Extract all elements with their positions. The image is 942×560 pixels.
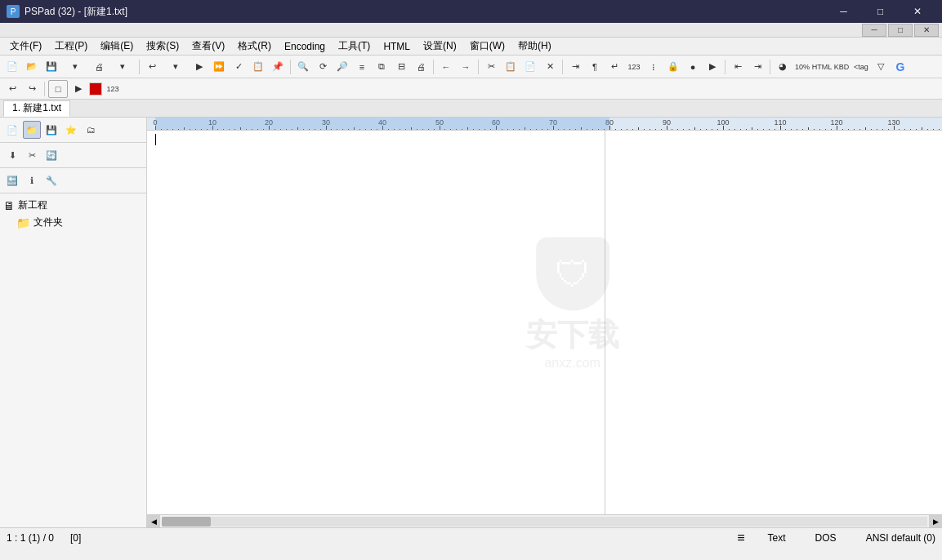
sb-proj[interactable]: 🗂 bbox=[82, 121, 100, 139]
maximize-btn[interactable]: □ bbox=[862, 0, 899, 23]
tb-lock[interactable]: 🔒 bbox=[664, 58, 682, 76]
minimize-btn[interactable]: ─ bbox=[825, 0, 862, 23]
scroll-left-btn[interactable]: ◀ bbox=[147, 515, 160, 528]
tb-wrap[interactable]: ↵ bbox=[605, 58, 623, 76]
tb-compare[interactable]: ≡ bbox=[353, 58, 371, 76]
tb-cut[interactable]: ✂ bbox=[482, 58, 500, 76]
tab-bar: 1. 新建1.txt bbox=[0, 100, 942, 118]
title-left: P PSPad (32) - [新建1.txt] bbox=[7, 5, 127, 19]
tb-chart[interactable]: 10% bbox=[793, 58, 811, 76]
sb-new[interactable]: 📄 bbox=[3, 121, 21, 139]
menu-bar: 文件(F) 工程(P) 编辑(E) 搜索(S) 查看(V) 格式(R) Enco… bbox=[0, 38, 942, 56]
tb-delete[interactable]: ✕ bbox=[541, 58, 559, 76]
tb-run2[interactable]: ⏩ bbox=[210, 58, 228, 76]
sidebar: 📄 📁 💾 ⭐ 🗂 ⬇ ✂ 🔄 🔙 ℹ 🔧 🖥 新工程 📁 文件夹 bbox=[0, 118, 147, 527]
tb2-btn2[interactable]: ↪ bbox=[23, 80, 41, 98]
tb-copy[interactable]: 📋 bbox=[502, 58, 520, 76]
tb-spell[interactable]: ✓ bbox=[230, 58, 248, 76]
tb-indent[interactable]: ⇥ bbox=[566, 58, 584, 76]
sb-folder[interactable]: 📁 bbox=[23, 121, 41, 139]
scroll-track[interactable] bbox=[162, 517, 927, 527]
sb-info[interactable]: ℹ bbox=[23, 171, 41, 189]
menu-view[interactable]: 查看(V) bbox=[185, 38, 231, 55]
tb-print-dropdown[interactable]: ▾ bbox=[109, 58, 136, 76]
tb-left[interactable]: ← bbox=[437, 58, 455, 76]
tb-num[interactable]: 123 bbox=[625, 58, 643, 76]
tb-filter[interactable]: ▽ bbox=[872, 58, 890, 76]
tb-undo-drop[interactable]: ▾ bbox=[163, 58, 189, 76]
status-position: 1 : 1 (1) / 0 bbox=[7, 532, 54, 544]
tb-para[interactable]: ¶ bbox=[586, 58, 604, 76]
menu-help[interactable]: 帮助(H) bbox=[511, 38, 558, 55]
menu-edit[interactable]: 编辑(E) bbox=[94, 38, 140, 55]
sub-minimize-btn[interactable]: ─ bbox=[862, 24, 886, 37]
tb-google[interactable]: G bbox=[891, 58, 909, 76]
vertical-split-divider bbox=[605, 131, 605, 514]
tb2-btn3[interactable]: □ bbox=[48, 80, 68, 98]
tb-sep1 bbox=[139, 60, 140, 74]
tb2-btn4[interactable]: ▶ bbox=[69, 80, 87, 98]
editor-area: 🛡 安下载 anxz.com ◀ ▶ bbox=[147, 118, 942, 527]
tb-save[interactable]: 💾 bbox=[42, 58, 60, 76]
scroll-right-btn[interactable]: ▶ bbox=[929, 515, 942, 528]
root-icon: 🖥 bbox=[3, 199, 15, 212]
tb-sep6 bbox=[725, 60, 725, 74]
sb-wrench[interactable]: 🔧 bbox=[42, 171, 60, 189]
menu-window[interactable]: 窗口(W) bbox=[463, 38, 511, 55]
project-tree: 🖥 新工程 📁 文件夹 bbox=[0, 193, 146, 527]
tb-find-next[interactable]: 🔎 bbox=[333, 58, 351, 76]
tb-print2[interactable]: 🖨 bbox=[412, 58, 430, 76]
tb-kbd[interactable]: KBD bbox=[833, 58, 850, 76]
h-scrollbar[interactable]: ◀ ▶ bbox=[147, 514, 942, 527]
menu-encoding[interactable]: Encoding bbox=[278, 39, 332, 54]
tb-pie[interactable]: ◕ bbox=[774, 58, 792, 76]
sub-close-btn[interactable]: ✕ bbox=[914, 24, 939, 37]
menu-html[interactable]: HTML bbox=[377, 39, 417, 54]
close-btn[interactable]: ✕ bbox=[899, 0, 935, 23]
tb-indent2[interactable]: ⇤ bbox=[729, 58, 747, 76]
tb-run[interactable]: ▶ bbox=[190, 58, 208, 76]
tb-print[interactable]: 🖨 bbox=[90, 58, 108, 76]
menu-format[interactable]: 格式(R) bbox=[231, 38, 278, 55]
menu-file[interactable]: 文件(F) bbox=[3, 38, 48, 55]
sb-cut[interactable]: ✂ bbox=[23, 146, 41, 164]
sb-star[interactable]: ⭐ bbox=[62, 121, 80, 139]
tb-save-dropdown[interactable]: ▾ bbox=[62, 58, 88, 76]
editor-content[interactable]: 🛡 安下载 anxz.com bbox=[147, 131, 942, 514]
tb-search[interactable]: 🔍 bbox=[294, 58, 312, 76]
tb-split[interactable]: ⊟ bbox=[392, 58, 410, 76]
watermark-shield: 🛡 bbox=[536, 237, 609, 310]
tb-paste[interactable]: 📄 bbox=[521, 58, 539, 76]
menu-settings[interactable]: 设置(N) bbox=[417, 38, 463, 55]
tree-root[interactable]: 🖥 新工程 bbox=[3, 197, 143, 214]
sb-refresh[interactable]: 🔄 bbox=[42, 146, 60, 164]
tb-undo[interactable]: ↩ bbox=[143, 58, 161, 76]
tb-clip2[interactable]: 📌 bbox=[269, 58, 287, 76]
tab-new-file[interactable]: 1. 新建1.txt bbox=[3, 100, 70, 117]
tb2-btn1[interactable]: ↩ bbox=[3, 80, 21, 98]
sb-back[interactable]: 🔙 bbox=[3, 171, 21, 189]
tb2-red-btn[interactable] bbox=[89, 82, 102, 96]
tb-indent3[interactable]: ⇥ bbox=[748, 58, 766, 76]
scroll-thumb[interactable] bbox=[162, 517, 211, 527]
tb-tag[interactable]: <tag bbox=[852, 58, 870, 76]
tb-replace[interactable]: ⟳ bbox=[314, 58, 332, 76]
tb-right[interactable]: → bbox=[457, 58, 475, 76]
tree-folder[interactable]: 📁 文件夹 bbox=[3, 214, 143, 231]
sub-maximize-btn[interactable]: □ bbox=[888, 24, 913, 37]
tb-align[interactable]: ⫶ bbox=[645, 58, 663, 76]
tb2-btn5[interactable]: 123 bbox=[104, 80, 122, 98]
menu-project[interactable]: 工程(P) bbox=[48, 38, 94, 55]
sb-save-s[interactable]: 💾 bbox=[42, 121, 60, 139]
tb-new[interactable]: 📄 bbox=[3, 58, 21, 76]
tb-clip[interactable]: 📋 bbox=[249, 58, 267, 76]
tb-macro[interactable]: ● bbox=[684, 58, 702, 76]
tb-open-folder[interactable]: 📂 bbox=[23, 58, 41, 76]
sb-down[interactable]: ⬇ bbox=[3, 146, 21, 164]
status-align-icon[interactable]: ≡ bbox=[737, 531, 744, 545]
menu-tools[interactable]: 工具(T) bbox=[332, 38, 377, 55]
menu-search[interactable]: 搜索(S) bbox=[140, 38, 185, 55]
tb-macro-play[interactable]: ▶ bbox=[703, 58, 721, 76]
tb-col[interactable]: ⧉ bbox=[373, 58, 391, 76]
tb-html-icon[interactable]: HTML bbox=[813, 58, 831, 76]
